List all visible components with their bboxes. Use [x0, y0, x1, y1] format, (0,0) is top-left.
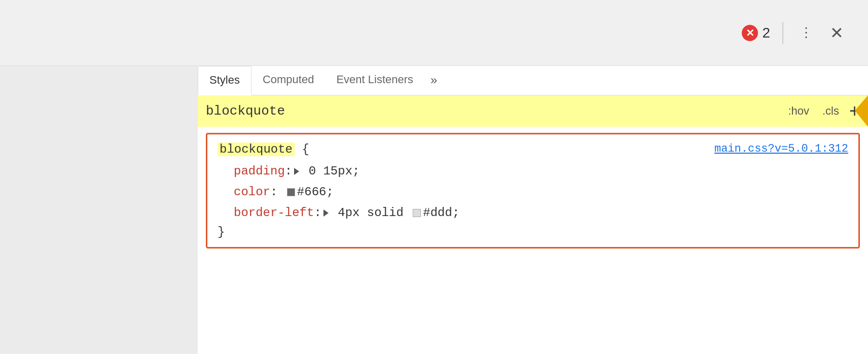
filter-input[interactable]	[206, 95, 785, 127]
prop-value-border-left: 4px solid	[331, 203, 411, 224]
main-panel: Styles Computed Event Listeners » :hov .…	[0, 66, 868, 354]
error-count: 2	[762, 25, 770, 41]
prop-colon-border-left: :	[314, 203, 321, 224]
css-rule-area: blockquote { main.css?v=5.0.1:312 paddin…	[198, 127, 868, 354]
top-bar: ✕ 2 ⋮ ✕	[0, 0, 868, 66]
open-brace: {	[295, 143, 309, 156]
divider	[782, 22, 783, 44]
prop-semicolon-padding: ;	[352, 161, 359, 182]
rule-selector-line: blockquote {	[218, 143, 309, 156]
css-rule-block: blockquote { main.css?v=5.0.1:312 paddin…	[206, 133, 860, 249]
expand-padding-icon[interactable]	[294, 168, 299, 175]
tab-computed[interactable]: Computed	[251, 65, 326, 95]
selector: blockquote	[218, 143, 295, 156]
rule-properties: padding : 0 15px ; color : #666 ;	[218, 161, 848, 223]
error-icon: ✕	[742, 25, 758, 41]
more-tabs-button[interactable]: »	[424, 65, 443, 95]
filter-row: :hov .cls +	[198, 95, 868, 127]
prop-colon-padding: :	[285, 161, 292, 182]
tab-styles[interactable]: Styles	[198, 66, 251, 95]
rule-close: }	[218, 225, 848, 239]
error-badge: ✕ 2	[742, 25, 770, 41]
prop-value-padding: 0 15px	[301, 161, 352, 182]
filter-actions: :hov .cls +	[785, 100, 860, 122]
prop-name-color: color	[234, 182, 270, 203]
prop-border-left-line: border-left : 4px solid #ddd ;	[234, 203, 848, 224]
prop-semicolon-color: ;	[326, 182, 333, 203]
prop-padding-line: padding : 0 15px ;	[234, 161, 848, 182]
prop-value-border-left-color: #ddd	[423, 203, 452, 224]
source-link[interactable]: main.css?v=5.0.1:312	[714, 143, 848, 155]
cls-button[interactable]: .cls	[819, 102, 842, 120]
prop-name-padding: padding	[234, 161, 285, 182]
right-panel: Styles Computed Event Listeners » :hov .…	[198, 66, 868, 354]
prop-semicolon-border-left: ;	[452, 203, 459, 224]
left-panel	[0, 66, 198, 354]
prop-colon-color: :	[270, 182, 285, 203]
more-options-button[interactable]: ⋮	[795, 23, 817, 43]
rule-header: blockquote { main.css?v=5.0.1:312	[218, 143, 848, 156]
tabs-bar: Styles Computed Event Listeners »	[198, 66, 868, 95]
triangle-indicator	[855, 95, 868, 127]
expand-border-left-icon[interactable]	[323, 209, 329, 217]
close-button[interactable]: ✕	[826, 21, 848, 45]
tab-event-listeners[interactable]: Event Listeners	[325, 65, 424, 95]
hov-button[interactable]: :hov	[785, 102, 812, 120]
prop-name-border-left: border-left	[234, 203, 314, 224]
prop-value-color: #666	[297, 182, 327, 203]
color-swatch-color[interactable]	[287, 188, 295, 196]
color-swatch-border-left[interactable]	[413, 209, 421, 217]
top-bar-actions: ✕ 2 ⋮ ✕	[742, 21, 848, 45]
prop-color-line: color : #666 ;	[234, 182, 848, 203]
